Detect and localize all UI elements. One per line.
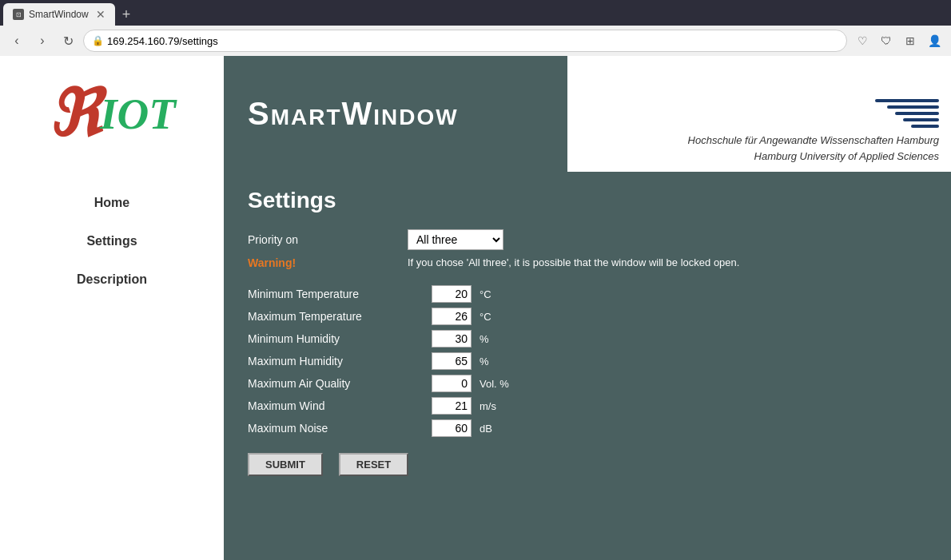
tab-bar: ⊡ SmartWindow ✕ + [0,0,951,26]
address-bar[interactable]: 🔒 [83,30,847,52]
priority-label: Priority on [248,233,392,246]
warning-text: If you chose 'All three', it is possible… [408,256,739,268]
min-humidity-input[interactable] [432,330,472,348]
logo-line-1 [875,99,939,102]
max-temp-input[interactable] [432,308,472,325]
sidebar: Home Settings Description [0,172,224,560]
header-university: Hochschule für Angewandte Wissenschaften… [567,56,951,172]
header: ℜ IOT SmartWindow Hochschule für Angewan… [0,56,951,172]
toolbar-icons: ♡ 🛡 ⊞ 👤 [852,30,945,51]
active-tab[interactable]: ⊡ SmartWindow ✕ [3,3,115,26]
min-temp-label: Minimum Temperature [248,288,424,300]
min-humidity-row: Minimum Humidity % [248,330,927,348]
university-name-german: Hochschule für Angewandte Wissenschaften… [688,133,939,149]
fields-section: Minimum Temperature °C Maximum Temperatu… [248,285,927,437]
header-logo: ℜ IOT [0,56,224,172]
min-humidity-label: Minimum Humidity [248,332,424,345]
tab-close-button[interactable]: ✕ [96,8,105,21]
university-name: Hochschule für Angewandte Wissenschaften… [688,133,939,164]
max-humidity-row: Maximum Humidity % [248,352,927,370]
priority-row: Priority on All three Temperature Humidi… [248,229,927,250]
browser-toolbar: ‹ › ↻ 🔒 ♡ 🛡 ⊞ 👤 [0,26,951,56]
max-temp-unit: °C [479,311,511,323]
riot-r-letter: ℜ [48,82,100,146]
max-air-quality-row: Maximum Air Quality Vol. % [248,375,927,392]
browser-chrome: ⊡ SmartWindow ✕ + ‹ › ↻ 🔒 ♡ 🛡 ⊞ 👤 [0,0,951,56]
main-layout: Home Settings Description Settings Prior… [0,172,951,560]
bookmark-icon[interactable]: ♡ [852,30,873,51]
max-temp-row: Maximum Temperature °C [248,308,927,325]
logo-line-2 [887,105,939,109]
max-humidity-input[interactable] [432,352,472,370]
priority-select[interactable]: All three Temperature Humidity Air Quali… [408,229,503,250]
max-noise-row: Maximum Noise dB [248,419,927,437]
university-logo [875,99,939,128]
forward-button[interactable]: › [32,30,53,51]
min-humidity-unit: % [479,333,511,345]
reset-button[interactable]: RESET [339,453,408,476]
max-noise-input[interactable] [432,419,472,437]
max-air-quality-unit: Vol. % [479,378,511,390]
max-air-quality-input[interactable] [432,375,472,392]
app-title: SmartWindow [248,96,459,132]
max-air-quality-label: Maximum Air Quality [248,377,424,390]
max-wind-input[interactable] [432,397,472,415]
address-lock-icon: 🔒 [92,35,104,46]
logo-line-4 [903,118,939,121]
new-tab-button[interactable]: + [115,3,137,26]
page-content: ℜ IOT SmartWindow Hochschule für Angewan… [0,56,951,560]
min-temp-row: Minimum Temperature °C [248,285,927,303]
tab-title: SmartWindow [29,9,89,20]
min-temp-input[interactable] [432,285,472,303]
button-row: SUBMIT RESET [248,453,927,476]
logo-line-5 [911,125,939,128]
max-noise-unit: dB [479,423,511,435]
tab-favicon: ⊡ [13,9,24,20]
sidebar-item-home[interactable]: Home [0,188,224,218]
user-icon[interactable]: 👤 [924,30,945,51]
max-wind-row: Maximum Wind m/s [248,397,927,415]
form-section: Priority on All three Temperature Humidi… [248,229,927,476]
university-name-english: Hamburg University of Applied Sciences [688,149,939,165]
max-noise-label: Maximum Noise [248,422,424,435]
submit-button[interactable]: SUBMIT [248,453,323,476]
logo-line-3 [895,112,939,115]
address-input[interactable] [107,35,838,47]
shield-icon[interactable]: 🛡 [876,30,897,51]
max-wind-label: Maximum Wind [248,399,424,412]
sidebar-item-description[interactable]: Description [0,264,224,295]
max-humidity-unit: % [479,355,511,367]
max-temp-label: Maximum Temperature [248,310,424,323]
extensions-icon[interactable]: ⊞ [900,30,921,51]
header-title-area: SmartWindow [224,56,567,172]
content-area: Settings Priority on All three Temperatu… [224,172,951,560]
sidebar-item-settings[interactable]: Settings [0,226,224,256]
max-humidity-label: Maximum Humidity [248,355,424,367]
refresh-button[interactable]: ↻ [58,30,78,51]
riot-iot-letters: IOT [100,92,176,136]
warning-row: Warning! If you chose 'All three', it is… [248,256,927,269]
min-temp-unit: °C [479,288,511,300]
back-button[interactable]: ‹ [6,30,27,51]
max-wind-unit: m/s [479,400,511,412]
page-title: Settings [248,188,927,213]
riot-logo: ℜ IOT [48,82,176,146]
warning-label: Warning! [248,256,392,269]
